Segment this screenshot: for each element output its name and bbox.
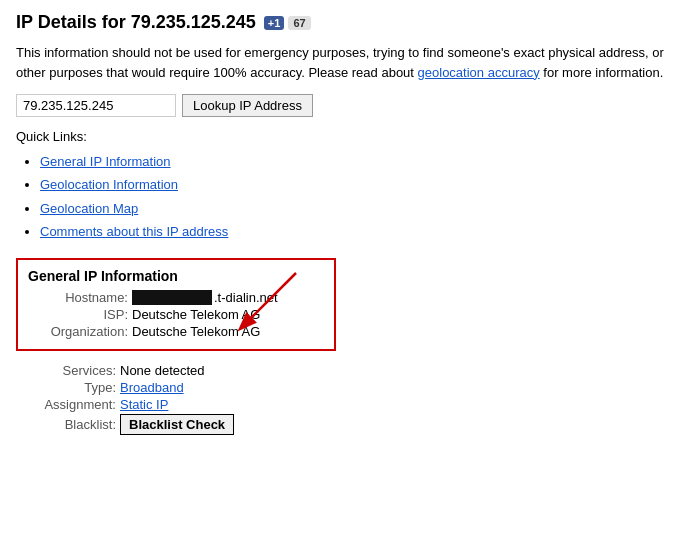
ip-input[interactable] xyxy=(16,94,176,117)
quick-link-comments[interactable]: Comments about this IP address xyxy=(40,224,228,239)
redacted-hostname xyxy=(132,290,212,305)
org-value: Deutsche Telekom AG xyxy=(132,324,260,339)
quick-links-list: General IP Information Geolocation Infor… xyxy=(16,150,684,244)
count-badge: 67 xyxy=(288,16,310,30)
blacklist-check-button[interactable]: Blacklist Check xyxy=(120,414,234,435)
type-row: Type: Broadband xyxy=(16,380,684,395)
type-link[interactable]: Broadband xyxy=(120,380,184,395)
type-label: Type: xyxy=(16,380,116,395)
assignment-link[interactable]: Static IP xyxy=(120,397,168,412)
isp-label: ISP: xyxy=(28,307,128,322)
general-ip-section: General IP Information Hostname: .t-dial… xyxy=(16,258,336,351)
list-item: Geolocation Map xyxy=(40,197,684,220)
quick-link-general-ip[interactable]: General IP Information xyxy=(40,154,171,169)
disclaimer-text: This information should not be used for … xyxy=(16,43,684,82)
org-row: Organization: Deutsche Telekom AG xyxy=(28,324,324,339)
plus1-badge: +1 xyxy=(264,16,285,30)
quick-link-geolocation-info[interactable]: Geolocation Information xyxy=(40,177,178,192)
assignment-label: Assignment: xyxy=(16,397,116,412)
list-item: General IP Information xyxy=(40,150,684,173)
services-row: Services: None detected xyxy=(16,363,684,378)
blacklist-value: Blacklist Check xyxy=(120,414,234,435)
quick-link-geolocation-map[interactable]: Geolocation Map xyxy=(40,201,138,216)
geolocation-accuracy-link[interactable]: geolocation accuracy xyxy=(418,65,540,80)
services-value: None detected xyxy=(120,363,205,378)
list-item: Comments about this IP address xyxy=(40,220,684,243)
assignment-value: Static IP xyxy=(120,397,168,412)
lookup-row: Lookup IP Address xyxy=(16,94,684,117)
page-title: IP Details for 79.235.125.245 +1 67 xyxy=(16,12,311,33)
list-item: Geolocation Information xyxy=(40,173,684,196)
services-label: Services: xyxy=(16,363,116,378)
assignment-row: Assignment: Static IP xyxy=(16,397,684,412)
hostname-label: Hostname: xyxy=(28,290,128,305)
isp-value: Deutsche Telekom AG xyxy=(132,307,260,322)
hostname-value: .t-dialin.net xyxy=(132,290,278,305)
hostname-row: Hostname: .t-dialin.net xyxy=(28,290,324,305)
org-label: Organization: xyxy=(28,324,128,339)
quick-links-label: Quick Links: xyxy=(16,129,684,144)
badge-group: +1 67 xyxy=(264,16,311,30)
blacklist-row: Blacklist: Blacklist Check xyxy=(16,414,684,435)
isp-row: ISP: Deutsche Telekom AG xyxy=(28,307,324,322)
section-title: General IP Information xyxy=(28,268,324,284)
type-value: Broadband xyxy=(120,380,184,395)
lookup-button[interactable]: Lookup IP Address xyxy=(182,94,313,117)
outside-fields: Services: None detected Type: Broadband … xyxy=(16,363,684,435)
blacklist-label: Blacklist: xyxy=(16,417,116,432)
